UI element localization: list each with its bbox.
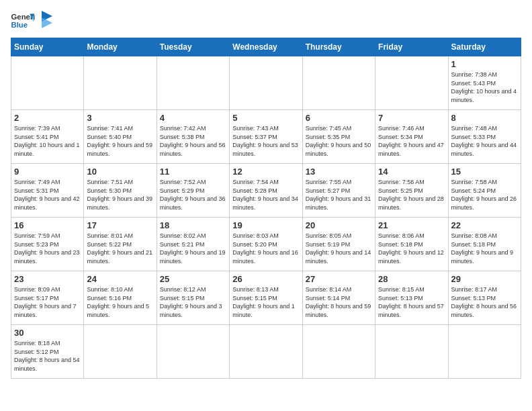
calendar-cell: 7Sunrise: 7:46 AMSunset: 5:34 PMDaylight… <box>375 110 448 164</box>
day-number: 6 <box>306 113 372 123</box>
day-info: Sunrise: 8:02 AMSunset: 5:21 PMDaylight:… <box>160 232 226 265</box>
day-number: 28 <box>378 274 445 284</box>
calendar-cell <box>157 325 229 379</box>
calendar-cell: 26Sunrise: 8:13 AMSunset: 5:15 PMDayligh… <box>230 271 302 325</box>
calendar-cell: 16Sunrise: 7:59 AMSunset: 5:23 PMDayligh… <box>11 218 84 271</box>
calendar-cell <box>448 325 521 379</box>
calendar-cell <box>230 325 302 379</box>
day-number: 15 <box>451 167 518 177</box>
calendar-cell: 30Sunrise: 8:18 AMSunset: 5:12 PMDayligh… <box>11 325 84 379</box>
day-number: 16 <box>14 220 81 230</box>
day-number: 25 <box>160 274 226 284</box>
calendar-cell: 25Sunrise: 8:12 AMSunset: 5:15 PMDayligh… <box>157 271 229 325</box>
calendar-cell <box>230 56 302 110</box>
calendar-table: SundayMondayTuesdayWednesdayThursdayFrid… <box>11 38 521 379</box>
day-info: Sunrise: 7:48 AMSunset: 5:33 PMDaylight:… <box>451 124 518 158</box>
calendar-cell: 2Sunrise: 7:39 AMSunset: 5:41 PMDaylight… <box>11 110 84 164</box>
day-number: 29 <box>451 274 518 284</box>
calendar-cell: 24Sunrise: 8:10 AMSunset: 5:16 PMDayligh… <box>84 271 157 325</box>
calendar-cell: 17Sunrise: 8:01 AMSunset: 5:22 PMDayligh… <box>84 218 157 271</box>
day-number: 18 <box>160 220 226 230</box>
day-info: Sunrise: 8:17 AMSunset: 5:13 PMDaylight:… <box>451 285 518 319</box>
day-number: 23 <box>14 274 81 284</box>
day-number: 1 <box>451 59 518 69</box>
day-info: Sunrise: 7:54 AMSunset: 5:28 PMDaylight:… <box>232 178 299 212</box>
day-header-monday: Monday <box>84 38 157 56</box>
day-info: Sunrise: 7:55 AMSunset: 5:27 PMDaylight:… <box>306 178 372 212</box>
day-info: Sunrise: 7:52 AMSunset: 5:29 PMDaylight:… <box>160 178 226 212</box>
page-header: General Blue <box>11 11 521 31</box>
day-info: Sunrise: 7:56 AMSunset: 5:25 PMDaylight:… <box>378 178 445 212</box>
day-header-saturday: Saturday <box>448 38 521 56</box>
day-info: Sunrise: 8:03 AMSunset: 5:20 PMDaylight:… <box>232 232 299 265</box>
day-number: 17 <box>87 220 153 230</box>
calendar-cell <box>11 56 84 110</box>
calendar-cell <box>302 56 375 110</box>
calendar-cell: 5Sunrise: 7:43 AMSunset: 5:37 PMDaylight… <box>230 110 302 164</box>
calendar-cell: 15Sunrise: 7:58 AMSunset: 5:24 PMDayligh… <box>448 164 521 218</box>
day-info: Sunrise: 7:46 AMSunset: 5:34 PMDaylight:… <box>378 124 445 158</box>
day-number: 21 <box>378 220 445 230</box>
day-number: 20 <box>306 220 372 230</box>
calendar-cell: 23Sunrise: 8:09 AMSunset: 5:17 PMDayligh… <box>11 271 84 325</box>
day-info: Sunrise: 8:13 AMSunset: 5:15 PMDaylight:… <box>232 285 299 319</box>
day-info: Sunrise: 7:59 AMSunset: 5:23 PMDaylight:… <box>14 232 81 265</box>
calendar-cell: 21Sunrise: 8:06 AMSunset: 5:18 PMDayligh… <box>375 218 448 271</box>
day-number: 30 <box>14 328 81 338</box>
day-header-wednesday: Wednesday <box>230 38 302 56</box>
calendar-cell: 3Sunrise: 7:41 AMSunset: 5:40 PMDaylight… <box>84 110 157 164</box>
day-info: Sunrise: 7:39 AMSunset: 5:41 PMDaylight:… <box>14 124 81 158</box>
day-header-sunday: Sunday <box>11 38 84 56</box>
day-number: 27 <box>306 274 372 284</box>
day-number: 8 <box>451 113 518 123</box>
day-info: Sunrise: 7:49 AMSunset: 5:31 PMDaylight:… <box>14 178 81 212</box>
calendar-cell: 22Sunrise: 8:08 AMSunset: 5:18 PMDayligh… <box>448 218 521 271</box>
svg-text:Blue: Blue <box>11 21 28 29</box>
week-row-3: 9Sunrise: 7:49 AMSunset: 5:31 PMDaylight… <box>11 164 521 218</box>
calendar-cell <box>375 56 448 110</box>
day-info: Sunrise: 7:51 AMSunset: 5:30 PMDaylight:… <box>87 178 153 212</box>
day-number: 4 <box>160 113 226 123</box>
calendar-cell <box>84 325 157 379</box>
day-info: Sunrise: 8:18 AMSunset: 5:12 PMDaylight:… <box>14 339 81 373</box>
calendar-cell <box>84 56 157 110</box>
calendar-cell <box>375 325 448 379</box>
calendar-cell: 12Sunrise: 7:54 AMSunset: 5:28 PMDayligh… <box>230 164 302 218</box>
calendar-cell: 20Sunrise: 8:05 AMSunset: 5:19 PMDayligh… <box>302 218 375 271</box>
day-number: 26 <box>232 274 299 284</box>
calendar-cell: 4Sunrise: 7:42 AMSunset: 5:38 PMDaylight… <box>157 110 229 164</box>
calendar-cell: 29Sunrise: 8:17 AMSunset: 5:13 PMDayligh… <box>448 271 521 325</box>
calendar-cell: 13Sunrise: 7:55 AMSunset: 5:27 PMDayligh… <box>302 164 375 218</box>
day-info: Sunrise: 8:01 AMSunset: 5:22 PMDaylight:… <box>87 232 153 265</box>
calendar-cell: 6Sunrise: 7:45 AMSunset: 5:35 PMDaylight… <box>302 110 375 164</box>
svg-marker-5 <box>42 17 52 28</box>
logo-icon: General Blue <box>11 11 35 30</box>
calendar-cell: 11Sunrise: 7:52 AMSunset: 5:29 PMDayligh… <box>157 164 229 218</box>
day-number: 12 <box>232 167 299 177</box>
week-row-5: 23Sunrise: 8:09 AMSunset: 5:17 PMDayligh… <box>11 271 521 325</box>
day-number: 14 <box>378 167 445 177</box>
day-number: 24 <box>87 274 153 284</box>
day-info: Sunrise: 8:12 AMSunset: 5:15 PMDaylight:… <box>160 285 226 319</box>
calendar-cell <box>157 56 229 110</box>
day-number: 3 <box>87 113 153 123</box>
day-info: Sunrise: 8:06 AMSunset: 5:18 PMDaylight:… <box>378 232 445 265</box>
day-number: 11 <box>160 167 226 177</box>
day-info: Sunrise: 7:58 AMSunset: 5:24 PMDaylight:… <box>451 178 518 212</box>
day-info: Sunrise: 8:09 AMSunset: 5:17 PMDaylight:… <box>14 285 81 319</box>
calendar-cell: 28Sunrise: 8:15 AMSunset: 5:13 PMDayligh… <box>375 271 448 325</box>
calendar-cell: 14Sunrise: 7:56 AMSunset: 5:25 PMDayligh… <box>375 164 448 218</box>
day-info: Sunrise: 7:45 AMSunset: 5:35 PMDaylight:… <box>306 124 372 158</box>
calendar-cell: 9Sunrise: 7:49 AMSunset: 5:31 PMDaylight… <box>11 164 84 218</box>
calendar-cell: 10Sunrise: 7:51 AMSunset: 5:30 PMDayligh… <box>84 164 157 218</box>
day-info: Sunrise: 7:38 AMSunset: 5:43 PMDaylight:… <box>451 71 518 104</box>
day-header-thursday: Thursday <box>302 38 375 56</box>
day-info: Sunrise: 8:14 AMSunset: 5:14 PMDaylight:… <box>306 285 372 319</box>
logo-flag-icon <box>40 11 54 31</box>
day-number: 9 <box>14 167 81 177</box>
day-info: Sunrise: 8:05 AMSunset: 5:19 PMDaylight:… <box>306 232 372 265</box>
calendar-header-row: SundayMondayTuesdayWednesdayThursdayFrid… <box>11 38 521 56</box>
day-info: Sunrise: 7:42 AMSunset: 5:38 PMDaylight:… <box>160 124 226 158</box>
calendar-cell: 18Sunrise: 8:02 AMSunset: 5:21 PMDayligh… <box>157 218 229 271</box>
day-number: 22 <box>451 220 518 230</box>
